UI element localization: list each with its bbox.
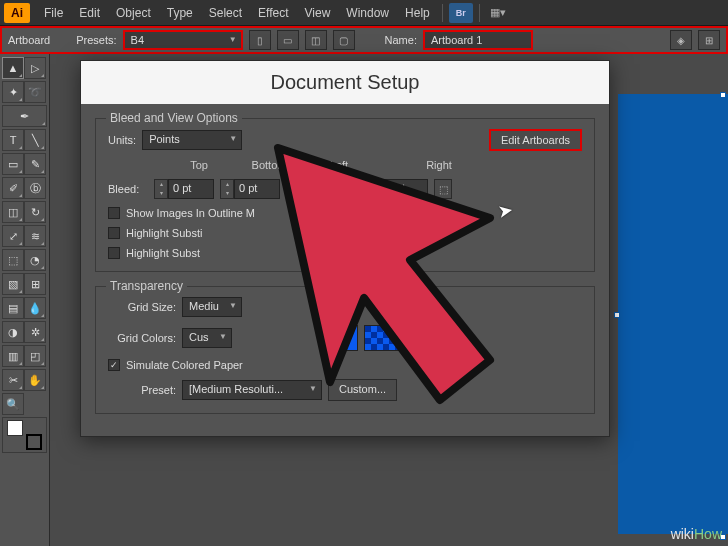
layout-icon[interactable]: ▦▾ (486, 3, 510, 23)
presets-dropdown[interactable]: B4 (123, 30, 243, 50)
show-images-checkbox[interactable] (108, 207, 120, 219)
simulate-paper-checkbox[interactable] (108, 359, 120, 371)
show-images-label: Show Images In Outline M (126, 207, 255, 219)
col-bottom: Bottom (234, 159, 304, 171)
menu-type[interactable]: Type (159, 2, 201, 24)
bleed-top-input[interactable]: ▴▾0 pt (154, 179, 214, 199)
menu-object[interactable]: Object (108, 2, 159, 24)
document-setup-dialog: Document Setup Bleed and View Options Un… (80, 60, 610, 437)
toolbox: ▲ ▷ ✦ ➰ ✒ T ╲ ▭ ✎ ✐ ⓑ ◫ ↻ ⤢ ≋ ⬚ ◔ ▧ ⊞ ▤ … (0, 54, 50, 546)
hand-tool-icon[interactable]: ✋ (24, 369, 46, 391)
tool-name-label: Artboard (8, 34, 50, 46)
rectangle-tool-icon[interactable]: ▭ (2, 153, 24, 175)
type-tool-icon[interactable]: T (2, 129, 24, 151)
slice-tool-icon[interactable]: ✂ (2, 369, 24, 391)
units-label: Units: (108, 134, 136, 146)
new-artboard-icon[interactable]: ◫ (305, 30, 327, 50)
simulate-paper-label: Simulate Colored Paper (126, 359, 243, 371)
bleed-bottom-input[interactable]: ▴▾0 pt (220, 179, 280, 199)
grid-colors-label: Grid Colors: (108, 332, 176, 344)
eraser-tool-icon[interactable]: ◫ (2, 201, 24, 223)
fill-swatch[interactable] (7, 420, 23, 436)
units-dropdown[interactable]: Points (142, 130, 242, 150)
free-transform-tool-icon[interactable]: ⬚ (2, 249, 24, 271)
grid-color-swatch[interactable] (324, 325, 358, 351)
fieldset-legend: Bleed and View Options (106, 111, 242, 125)
gradient-tool-icon[interactable]: ▤ (2, 297, 24, 319)
divider (442, 4, 443, 22)
edit-artboards-button[interactable]: Edit Artboards (489, 129, 582, 151)
menu-view[interactable]: View (297, 2, 339, 24)
artboard-handle[interactable] (720, 92, 726, 98)
highlight-sub2-checkbox[interactable] (108, 247, 120, 259)
orientation-portrait-icon[interactable]: ▯ (249, 30, 271, 50)
width-tool-icon[interactable]: ≋ (24, 225, 46, 247)
paintbrush-tool-icon[interactable]: ✎ (24, 153, 46, 175)
symbol-sprayer-tool-icon[interactable]: ✲ (24, 321, 46, 343)
column-graph-tool-icon[interactable]: ▥ (2, 345, 24, 367)
menu-help[interactable]: Help (397, 2, 438, 24)
more-options-icon[interactable]: ⊞ (698, 30, 720, 50)
app-logo: Ai (4, 3, 30, 23)
orientation-landscape-icon[interactable]: ▭ (277, 30, 299, 50)
zoom-tool-icon[interactable]: 🔍 (2, 393, 24, 415)
delete-artboard-icon[interactable]: ▢ (333, 30, 355, 50)
direct-selection-tool-icon[interactable]: ▷ (24, 57, 46, 79)
rotate-tool-icon[interactable]: ↻ (24, 201, 46, 223)
col-right: Right (404, 159, 474, 171)
shape-builder-tool-icon[interactable]: ◔ (24, 249, 46, 271)
stroke-swatch[interactable] (26, 434, 42, 450)
custom-button[interactable]: Custom... (328, 379, 397, 401)
dialog-title: Document Setup (81, 61, 609, 104)
pen-tool-icon[interactable]: ✒ (2, 105, 47, 127)
perspective-grid-tool-icon[interactable]: ▧ (2, 273, 24, 295)
divider (479, 4, 480, 22)
artboard[interactable] (618, 94, 728, 534)
bleed-label: Bleed: (108, 183, 148, 195)
selection-tool-icon[interactable]: ▲ (2, 57, 24, 79)
link-bleed-icon[interactable]: ⬚ (434, 179, 452, 199)
menu-file[interactable]: File (36, 2, 71, 24)
bleed-view-fieldset: Bleed and View Options Units: Points Edi… (95, 118, 595, 272)
line-tool-icon[interactable]: ╲ (24, 129, 46, 151)
presets-label: Presets: (76, 34, 116, 46)
fieldset-legend: Transparency (106, 279, 187, 293)
menu-select[interactable]: Select (201, 2, 250, 24)
eyedropper-tool-icon[interactable]: 💧 (24, 297, 46, 319)
name-label: Name: (385, 34, 417, 46)
menu-bar: Ai File Edit Object Type Select Effect V… (0, 0, 728, 26)
grid-size-label: Grid Size: (108, 301, 176, 313)
bridge-icon[interactable]: Br (449, 3, 473, 23)
blob-brush-tool-icon[interactable]: ⓑ (24, 177, 46, 199)
mesh-tool-icon[interactable]: ⊞ (24, 273, 46, 295)
fill-stroke-swatch[interactable] (2, 417, 47, 453)
col-left: Left (304, 159, 374, 171)
menu-window[interactable]: Window (338, 2, 397, 24)
menu-edit[interactable]: Edit (71, 2, 108, 24)
bleed-left-input[interactable]: ▴▾0 (286, 179, 330, 199)
menu-effect[interactable]: Effect (250, 2, 296, 24)
artboard-name-input[interactable]: Artboard 1 (423, 30, 533, 50)
watermark: wikiHow (671, 526, 722, 542)
preset-label: Preset: (108, 384, 176, 396)
blend-tool-icon[interactable]: ◑ (2, 321, 24, 343)
col-top: Top (164, 159, 234, 171)
grid-colors-dropdown[interactable]: Cus (182, 328, 232, 348)
highlight-sub2-label: Highlight Subst (126, 247, 200, 259)
transparency-fieldset: Transparency Grid Size: Mediu Grid Color… (95, 286, 595, 414)
preset-dropdown[interactable]: [Medium Resoluti... (182, 380, 322, 400)
options-bar: Artboard Presets: B4 ▯ ▭ ◫ ▢ Name: Artbo… (0, 26, 728, 54)
grid-preview (364, 325, 418, 351)
artboard-handle[interactable] (614, 312, 620, 318)
lasso-tool-icon[interactable]: ➰ (24, 81, 46, 103)
align-icon[interactable]: ◈ (670, 30, 692, 50)
highlight-sub1-checkbox[interactable] (108, 227, 120, 239)
scale-tool-icon[interactable]: ⤢ (2, 225, 24, 247)
magic-wand-tool-icon[interactable]: ✦ (2, 81, 24, 103)
bleed-right-input[interactable]: ▴▾0 pt (368, 179, 428, 199)
highlight-sub1-label: Highlight Substi (126, 227, 202, 239)
artboard-tool-icon[interactable]: ◰ (24, 345, 46, 367)
grid-size-dropdown[interactable]: Mediu (182, 297, 242, 317)
pencil-tool-icon[interactable]: ✐ (2, 177, 24, 199)
